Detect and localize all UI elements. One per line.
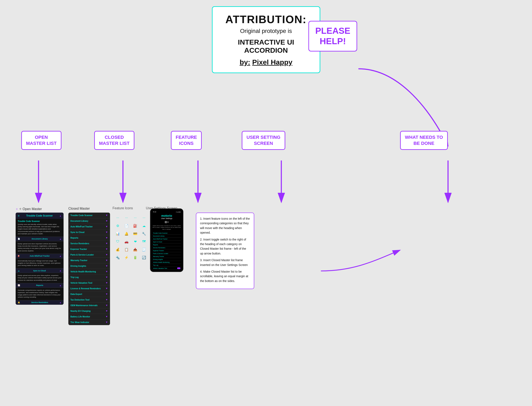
- phone-item-10[interactable]: Driving Insights: [152, 258, 181, 261]
- closed-row-12[interactable]: Trip Log ▼: [68, 275, 110, 280]
- feature-icon-14: 📋: [123, 246, 129, 253]
- attribution-author-line: by: Pixel Happy: [221, 58, 311, 66]
- section-cloud-header[interactable]: ☁ Sync to Cloud ▲: [16, 268, 64, 273]
- section-reports-header[interactable]: 📈 Reports ▲: [16, 283, 64, 288]
- cloud-arrow[interactable]: ▲: [59, 269, 61, 272]
- closed-row-3[interactable]: Auto Mile/Fuel Tracker ▼: [68, 224, 110, 230]
- panel-header-title: Trouble Code Scanner: [26, 214, 53, 217]
- label-feature-icons: FEATUREICONS: [171, 131, 202, 150]
- section-doc-header[interactable]: 📄 Document Library ▲: [16, 237, 64, 241]
- label-what-needs: WHAT NEEDS TOBE DONE: [400, 131, 448, 150]
- what-needs-item-1: 1. Insert feature icons on the left of t…: [200, 216, 250, 235]
- feature-icon-20: 🔄: [141, 254, 147, 261]
- phone-item-13[interactable]: Vehicle Valuation Tool: [152, 267, 181, 270]
- section-fuel-header[interactable]: ⛽ Auto Mile/Fuel Tracker ▲: [16, 254, 64, 258]
- cloud-title: Sync to Cloud: [33, 270, 46, 272]
- feature-icon-4: ☁: [141, 223, 147, 229]
- closed-row-2[interactable]: Document Library ▼: [68, 218, 110, 224]
- closed-row-14[interactable]: License & Renewal Reminders ▼: [68, 286, 110, 291]
- phone-subtitle: User Settings: [152, 218, 181, 219]
- open-master-section-label: ✧ ✧ Open Master: [16, 207, 42, 211]
- feature-icon-8: 🔧: [141, 231, 147, 237]
- doc-title: Document Library: [32, 238, 48, 240]
- feature-icon-3: ⛽: [132, 223, 138, 229]
- closed-row-7[interactable]: Expense Tracker ▼: [68, 246, 110, 252]
- feature-icon-7: 💳: [132, 231, 138, 237]
- what-needs-item-3: 3. Insert Closed Master list frame inser…: [200, 258, 250, 267]
- closed-row-5[interactable]: Reports ▼: [68, 235, 110, 241]
- section-service-header[interactable]: 🔔 Service Reminders ▲: [16, 300, 64, 305]
- attribution-box: ATTRIBUTION: Original prototype is INTER…: [212, 6, 320, 73]
- please-help-bubble: PLEASE HELP!: [309, 21, 357, 51]
- feature-icon-19: 🔋: [132, 254, 138, 261]
- feature-icon-1: ⚙: [115, 223, 121, 229]
- feature-icon-11: ❤: [132, 239, 138, 245]
- phone-item-12[interactable]: Trip Log: [152, 264, 181, 267]
- feature-icon-16: 🧾: [141, 246, 147, 253]
- phone-item-3[interactable]: Auto Mile/Fuel Tracker: [152, 238, 181, 240]
- phone-item-4[interactable]: Sync to Cloud: [152, 240, 181, 243]
- label-user-setting-screen: USER SETTINGSCREEN: [242, 131, 285, 150]
- feature-icon-18: ⚡: [123, 254, 129, 261]
- feature-icon-12: 🗺: [141, 239, 147, 245]
- phone-status-icons: ● ▲ ■ ■: [176, 211, 180, 213]
- panel-header: ⚙ Trouble Code Scanner ▲: [16, 213, 64, 219]
- closed-row-4[interactable]: Sync to Cloud ▼: [68, 230, 110, 235]
- fuel-title: Auto Mile/Fuel Tracker: [30, 255, 50, 257]
- fuel-icon: ⛽: [18, 255, 20, 257]
- icon-dots-2: ···: [123, 215, 129, 221]
- closed-row-6[interactable]: Service Reminders ▼: [68, 241, 110, 246]
- panel-collapse-icon[interactable]: ▲: [59, 215, 61, 217]
- section-fuel-body: Automatically track your mileage and fue…: [16, 258, 64, 269]
- author-name: Pixel Happy: [252, 58, 292, 66]
- closed-row-10[interactable]: Driving Insights ▼: [68, 263, 110, 269]
- closed-row-19[interactable]: Battery Life Monitor ▼: [68, 314, 110, 319]
- feature-icon-15: 📤: [132, 246, 138, 253]
- feature-icon-17: 🔩: [115, 254, 121, 261]
- section-cloud-body: Easily upload and access your data anyti…: [16, 273, 64, 283]
- closed-row-17[interactable]: OEM Maintenance Intervals ▼: [68, 303, 110, 308]
- reports-icon: 📈: [18, 284, 20, 286]
- closed-row-9[interactable]: Warranty Tracker ▼: [68, 258, 110, 263]
- phone-grid-icon: ⊞+: [152, 220, 181, 224]
- closed-row-11[interactable]: Vehicle Health Monitoring ▼: [68, 269, 110, 275]
- closed-row-20[interactable]: Tire Wear Indicator ▼: [68, 319, 110, 325]
- closed-row-15[interactable]: Data Export ▼: [68, 291, 110, 297]
- phone-item-7[interactable]: Expense Tracker: [152, 249, 181, 252]
- closed-row-16[interactable]: Tax Deduction Tool ▼: [68, 297, 110, 303]
- service-icon: 🔔: [18, 301, 20, 304]
- phone-item-5[interactable]: Reports: [152, 243, 181, 246]
- phone-item-11[interactable]: Vehicle Health Monitoring: [152, 261, 181, 264]
- attribution-title: ATTRIBUTION:: [221, 13, 311, 26]
- section-reports-body: Generate comprehensive reports on vehicl…: [16, 288, 64, 300]
- phone-item-9[interactable]: Warranty Tracker: [152, 255, 181, 258]
- feature-icon-9: 🛡: [115, 239, 121, 245]
- closed-row-13[interactable]: Vehicle Valuation Tool ▼: [68, 280, 110, 286]
- reports-arrow[interactable]: ▲: [59, 284, 61, 287]
- open-master-panel: ⚙ Trouble Code Scanner ▲ Trouble Code Sc…: [16, 213, 64, 305]
- fuel-arrow[interactable]: ▲: [59, 255, 61, 257]
- doc-arrow[interactable]: ▲: [59, 238, 61, 240]
- cloud-icon: ☁: [18, 270, 20, 272]
- phone-item-1[interactable]: Trouble Code Scanner: [152, 232, 181, 235]
- closed-row-8[interactable]: Parts & Service Locater ▼: [68, 252, 110, 258]
- panel-header-icon: ⚙: [18, 215, 20, 217]
- phone-item-2[interactable]: Document Library: [152, 235, 181, 238]
- label-closed-master-list: CLOSEDMASTER LIST: [94, 131, 134, 150]
- service-arrow[interactable]: ▲: [59, 301, 61, 304]
- phone-item-6[interactable]: Service Reminders: [152, 246, 181, 249]
- phone-toggle-13[interactable]: [177, 267, 180, 269]
- section-doc-body: Easily upload and store important vehicl…: [16, 241, 64, 254]
- by-label: by:: [240, 58, 250, 66]
- attribution-subtitle: Original prototype is: [221, 28, 311, 34]
- phone-app-name: motorio: [152, 214, 181, 218]
- phone-item-8[interactable]: Parts & Service Locater: [152, 252, 181, 255]
- closed-row-1[interactable]: Trouble Code Scanner ▼: [68, 213, 110, 218]
- closed-row-18[interactable]: Nearby EV Charging ▼: [68, 308, 110, 314]
- reports-title: Reports: [36, 284, 43, 286]
- icon-dots-3: ···: [132, 215, 138, 221]
- section-trouble-code: Trouble Code Scanner Quickly scan and id…: [16, 219, 64, 237]
- closed-master-panel: Trouble Code Scanner ▼ Document Library …: [68, 213, 110, 325]
- closed-master-section-label: Closed Master: [68, 207, 90, 210]
- phone-status-bar: 5:13 ● ▲ ■ ■: [152, 210, 181, 213]
